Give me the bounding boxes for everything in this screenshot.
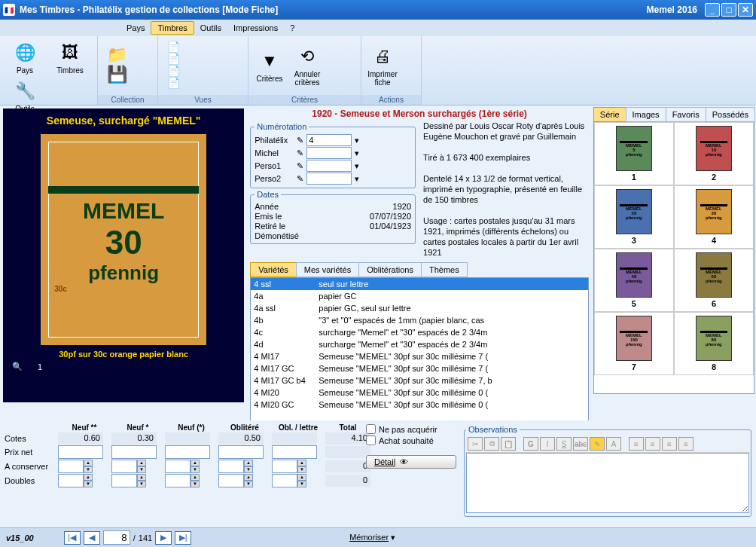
qty-input[interactable]	[218, 474, 244, 487]
tab-oblitérations[interactable]: Oblitérations	[358, 262, 422, 277]
variety-row[interactable]: 4 MI17 GC b4Semeuse "MEMEL" 30pf sur 30c…	[251, 374, 588, 387]
step-up[interactable]: ▲	[137, 474, 146, 481]
price-input[interactable]	[111, 445, 157, 459]
step-up[interactable]: ▲	[84, 474, 93, 481]
ribbon-critères[interactable]: ▼Critères	[251, 39, 288, 92]
variety-row[interactable]: 4apapier GC	[251, 290, 588, 302]
step-up[interactable]: ▲	[191, 460, 200, 466]
qty-input[interactable]	[218, 460, 244, 473]
highlight-button[interactable]: ✎	[590, 437, 605, 451]
series-thumbnails[interactable]: MEMEL5pfennig1MEMEL10pfennig2MEMEL20pfen…	[593, 121, 754, 394]
wish-checkbox[interactable]	[366, 435, 376, 445]
price-input[interactable]	[58, 445, 103, 459]
page-input[interactable]	[103, 530, 130, 545]
step-down[interactable]: ▼	[84, 466, 93, 473]
step-up[interactable]: ▲	[244, 474, 253, 481]
qty-input[interactable]	[111, 460, 137, 473]
align-right-button[interactable]: ≡	[662, 437, 677, 451]
thumb-1[interactable]: MEMEL5pfennig1	[594, 122, 674, 185]
italic-button[interactable]: I	[540, 437, 555, 451]
tab-variétés[interactable]: Variétés	[250, 262, 297, 277]
step-down[interactable]: ▼	[244, 466, 253, 473]
align-left-button[interactable]: ≡	[629, 437, 644, 451]
tab-série[interactable]: Série	[593, 107, 626, 122]
zoom-icon[interactable]: 🔍	[12, 362, 23, 371]
step-up[interactable]: ▲	[84, 460, 93, 466]
ribbon-imprimer-fiche[interactable]: 🖨Imprimerfiche	[364, 39, 401, 92]
last-button[interactable]: ▶|	[175, 531, 191, 545]
memoriser-link[interactable]: Mémoriser	[349, 533, 389, 542]
step-down[interactable]: ▼	[137, 481, 146, 487]
next-button[interactable]: ▶	[155, 531, 172, 545]
variety-row[interactable]: 4a sslpapier GC, seul sur lettre	[251, 302, 588, 314]
underline-button[interactable]: S	[556, 437, 572, 451]
step-up[interactable]: ▲	[191, 474, 200, 481]
pen-icon[interactable]: ✎	[297, 174, 303, 184]
observations-textarea[interactable]	[466, 453, 749, 513]
chevron-down-icon[interactable]: ▾	[355, 161, 359, 171]
pen-icon[interactable]: ✎	[297, 148, 303, 158]
qty-input[interactable]	[111, 474, 137, 487]
perso1-input[interactable]	[306, 160, 352, 172]
qty-input[interactable]	[165, 460, 191, 473]
menu-pays[interactable]: Pays	[120, 22, 151, 34]
thumb-4[interactable]: MEMEL30pfennig4	[674, 185, 754, 249]
prev-button[interactable]: ◀	[84, 531, 100, 545]
ribbon-timbres[interactable]: 🖼Timbres	[48, 39, 92, 76]
qty-input[interactable]	[272, 460, 297, 473]
align-justify-button[interactable]: ≡	[678, 437, 694, 451]
copy-button[interactable]: ⧉	[484, 437, 499, 451]
chevron-down-icon[interactable]: ▾	[391, 533, 395, 542]
step-up[interactable]: ▲	[244, 460, 253, 466]
ribbon-pays[interactable]: 🌐Pays	[3, 39, 47, 76]
menu-?[interactable]: ?	[284, 22, 300, 34]
pen-icon[interactable]: ✎	[297, 161, 303, 171]
chevron-down-icon[interactable]: ▾	[355, 136, 359, 145]
chevron-down-icon[interactable]: ▾	[355, 174, 359, 184]
fontcolor-button[interactable]: A	[606, 437, 621, 451]
variety-row[interactable]: 4 sslseul sur lettre	[251, 278, 588, 290]
variety-row[interactable]: 4 MI20Semeuse "MEMEL" 30pf sur 30c millé…	[251, 387, 588, 399]
step-down[interactable]: ▼	[137, 466, 146, 473]
varieties-list[interactable]: 4 sslseul sur lettre4apapier GC4a sslpap…	[250, 277, 589, 434]
philatélix-input[interactable]	[306, 134, 352, 146]
first-button[interactable]: |◀	[64, 531, 81, 545]
variety-row[interactable]: 4dsurcharge "Memel" et "30" espacés de 2…	[251, 338, 588, 350]
ribbon-annuler-critères[interactable]: ⟲Annulercritères	[289, 39, 325, 92]
variety-row[interactable]: 4 MI20 GCSemeuse "MEMEL" 30pf sur 30c mi…	[251, 399, 588, 411]
bold-button[interactable]: G	[523, 437, 538, 451]
step-down[interactable]: ▼	[297, 466, 306, 473]
align-center-button[interactable]: ≡	[645, 437, 660, 451]
cut-button[interactable]: ✂	[468, 437, 483, 451]
thumb-3[interactable]: MEMEL20pfennig3	[594, 185, 674, 249]
pen-icon[interactable]: ✎	[297, 136, 303, 145]
vues-button[interactable]: 📄📄📄📄	[161, 39, 197, 92]
tab-images[interactable]: Images	[626, 107, 666, 122]
variety-row[interactable]: 4b"3" et "0" espacés de 1mm (papier blan…	[251, 314, 588, 326]
menu-outils[interactable]: Outils	[194, 22, 227, 34]
step-down[interactable]: ▼	[84, 481, 93, 487]
price-input[interactable]	[272, 445, 317, 459]
price-input[interactable]	[218, 445, 264, 459]
variety-row[interactable]: 4 MI17Semeuse "MEMEL" 30pf sur 30c millé…	[251, 350, 588, 362]
detail-button[interactable]: Détail 👁	[366, 455, 456, 469]
step-up[interactable]: ▲	[297, 460, 306, 466]
step-down[interactable]: ▼	[297, 481, 306, 487]
close-button[interactable]: ✕	[738, 3, 753, 17]
stamp-image[interactable]: MEMEL 30 pfennig 30c	[41, 134, 206, 345]
maximize-button[interactable]: □	[721, 3, 736, 17]
step-up[interactable]: ▲	[137, 460, 146, 466]
thumb-7[interactable]: MEMEL150pfennig7	[594, 312, 674, 375]
collection-button[interactable]: 📁💾	[101, 39, 137, 92]
tab-possédés[interactable]: Possédés	[706, 107, 755, 122]
strike-button[interactable]: abc	[573, 437, 588, 451]
step-up[interactable]: ▲	[297, 474, 306, 481]
step-down[interactable]: ▼	[244, 481, 253, 487]
variety-row[interactable]: 4 MI17 GCSemeuse "MEMEL" 30pf sur 30c mi…	[251, 362, 588, 374]
chevron-down-icon[interactable]: ▾	[355, 148, 359, 158]
step-down[interactable]: ▼	[191, 466, 200, 473]
menu-timbres[interactable]: Timbres	[151, 21, 194, 35]
menu-impressions[interactable]: Impressions	[227, 22, 284, 34]
tab-favoris[interactable]: Favoris	[666, 107, 706, 122]
thumb-5[interactable]: MEMEL40pfennig5	[594, 249, 674, 312]
